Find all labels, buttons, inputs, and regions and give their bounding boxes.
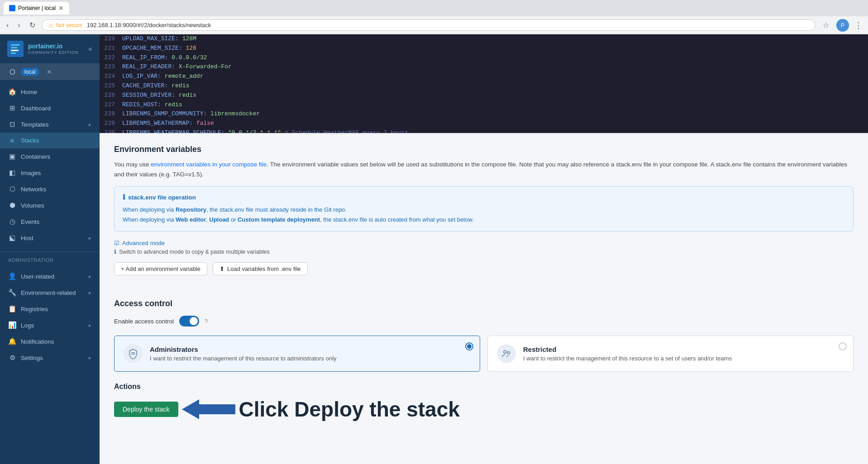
main-content: 220 UPLOAD_MAX_SIZE: 128M 221 OPCACHE_ME… xyxy=(100,34,868,464)
line-num: 224 xyxy=(100,72,122,81)
sidebar-item-templates[interactable]: ⊡ Templates ▸ xyxy=(0,116,100,133)
actions-title: Actions xyxy=(114,383,854,391)
tab-title: Portainer | local xyxy=(18,5,56,11)
code-line-221: 221 OPCACHE_MEM_SIZE: 128 xyxy=(100,44,868,53)
stacks-icon: ≡ xyxy=(8,137,16,144)
line-content: REDIS_HOST: redis xyxy=(122,100,868,110)
sidebar-label-containers: Containers xyxy=(21,153,50,160)
line-content: LOG_IP_VAR: remote_addr xyxy=(122,72,868,81)
access-cards-container: Administrators I want to restrict the ma… xyxy=(114,336,854,372)
info-bold-repo: Repository xyxy=(176,206,206,213)
restricted-access-card[interactable]: Restricted I want to restrict the manage… xyxy=(487,336,854,372)
admin-card-content: Administrators I want to restrict the ma… xyxy=(150,346,471,362)
security-icon: ⚠ xyxy=(48,22,53,28)
sidebar-item-logs[interactable]: 📊 Logs ▸ xyxy=(0,317,100,333)
reload-button[interactable]: ↻ xyxy=(27,19,38,31)
dashboard-icon: ⊞ xyxy=(8,104,16,112)
line-content: UPLOAD_MAX_SIZE: 128M xyxy=(122,34,868,44)
line-num: 228 xyxy=(100,109,122,119)
env-related-chevron: ▸ xyxy=(89,290,91,296)
svg-rect-4 xyxy=(11,52,16,54)
env-desc-link[interactable]: environment variables in your compose fi… xyxy=(151,161,267,168)
sidebar-label-volumes: Volumes xyxy=(21,202,44,209)
sidebar-item-notifications[interactable]: 🔔 Notifications xyxy=(0,333,100,350)
menu-button[interactable]: ⋮ xyxy=(853,20,864,30)
load-env-button[interactable]: ⬆ Load variables from .env file xyxy=(213,262,308,275)
sidebar-label-stacks: Stacks xyxy=(21,137,39,144)
sidebar-item-networks[interactable]: ⬡ Networks xyxy=(0,181,100,197)
sidebar-item-events[interactable]: ◷ Events xyxy=(0,213,100,230)
sidebar-env-item[interactable]: ⬡ local ✕ xyxy=(0,64,100,80)
line-num: 229 xyxy=(100,119,122,128)
sidebar-item-home[interactable]: 🏠 Home xyxy=(0,84,100,100)
sidebar-item-environment-related[interactable]: 🔧 Environment-related ▸ xyxy=(0,284,100,301)
line-content: CACHE_DRIVER: redis xyxy=(122,81,868,91)
sidebar-nav: 🏠 Home ⊞ Dashboard ⊡ Templates ▸ ≡ Stack… xyxy=(0,80,100,250)
sidebar-item-containers[interactable]: ▣ Containers xyxy=(0,148,100,165)
bookmark-button[interactable]: ☆ xyxy=(819,19,833,31)
sidebar-item-volumes[interactable]: ⬢ Volumes xyxy=(0,197,100,213)
portainer-logo-icon xyxy=(7,41,24,57)
code-line-228: 228 LIBRENMS_SNMP_COMMUNITY: librenmsdoc… xyxy=(100,109,868,119)
info-bold-upload: Upload xyxy=(209,216,229,223)
deploy-stack-button[interactable]: Deploy the stack xyxy=(114,402,178,417)
logo-name: portainer.io xyxy=(28,43,78,50)
sidebar-item-user-related[interactable]: 👤 User-related ▸ xyxy=(0,268,100,284)
profile-button[interactable]: P xyxy=(836,19,849,32)
access-control-section: Access control Enable access control ? xyxy=(100,299,868,383)
code-editor[interactable]: 220 UPLOAD_MAX_SIZE: 128M 221 OPCACHE_ME… xyxy=(100,34,868,134)
restricted-card-radio[interactable] xyxy=(839,342,847,350)
tab-close-button[interactable]: ✕ xyxy=(58,5,64,12)
sidebar-label-images: Images xyxy=(21,170,41,176)
arrow-body xyxy=(199,404,235,414)
networks-icon: ⬡ xyxy=(8,185,16,193)
restricted-card-icon xyxy=(497,344,516,363)
sidebar-item-host[interactable]: ⬕ Host ▸ xyxy=(0,230,100,246)
admin-access-card[interactable]: Administrators I want to restrict the ma… xyxy=(114,336,480,372)
notifications-icon: 🔔 xyxy=(8,337,16,346)
admin-card-radio[interactable] xyxy=(465,342,473,350)
access-help-icon[interactable]: ? xyxy=(205,318,208,325)
events-icon: ◷ xyxy=(8,218,16,226)
sidebar-item-images[interactable]: ◧ Images xyxy=(0,165,100,181)
back-button[interactable]: ‹ xyxy=(4,19,11,31)
advanced-mode-row[interactable]: ☑ Advanced mode xyxy=(114,240,854,246)
upload-icon: ⬆ xyxy=(219,265,224,272)
code-line-224: 224 LOG_IP_VAR: remote_addr xyxy=(100,72,868,81)
admin-section-title: Administration xyxy=(0,254,100,265)
line-num: 223 xyxy=(100,62,122,72)
active-tab[interactable]: Portainer | local ✕ xyxy=(4,2,69,14)
access-control-toggle[interactable] xyxy=(179,316,199,327)
sidebar-item-settings[interactable]: ⚙ Settings ▸ xyxy=(0,350,100,366)
sidebar-item-registries[interactable]: 📋 Registries xyxy=(0,301,100,317)
line-num: 226 xyxy=(100,91,122,100)
env-badge: local xyxy=(21,68,39,76)
settings-icon: ⚙ xyxy=(8,354,16,362)
line-content: REAL_IP_HEADER: X-Forwarded-For xyxy=(122,62,868,72)
arrow-head-left xyxy=(182,399,199,419)
sidebar-item-dashboard[interactable]: ⊞ Dashboard xyxy=(0,100,100,116)
containers-icon: ▣ xyxy=(8,152,16,161)
svg-rect-0 xyxy=(7,41,24,57)
app-layout: portainer.io Community Edition « ⬡ local… xyxy=(0,34,868,464)
enable-access-row: Enable access control ? xyxy=(114,316,854,327)
forward-button[interactable]: › xyxy=(15,19,23,31)
add-env-button[interactable]: + Add an environment variable xyxy=(114,262,207,275)
sidebar-item-stacks[interactable]: ≡ Stacks xyxy=(0,133,100,148)
env-close-button[interactable]: ✕ xyxy=(47,68,52,76)
line-num: 230 xyxy=(100,128,122,134)
code-line-222: 222 REAL_IP_FROM: 0.0.0.0/32 xyxy=(100,53,868,63)
env-related-icon: 🔧 xyxy=(8,289,16,297)
code-line-220: 220 UPLOAD_MAX_SIZE: 128M xyxy=(100,34,868,44)
svg-rect-1 xyxy=(11,44,20,46)
images-icon: ◧ xyxy=(8,169,16,177)
code-line-229: 229 LIBRENMS_WEATHERMAP: false xyxy=(100,119,868,128)
registries-icon: 📋 xyxy=(8,305,16,313)
address-bar[interactable]: ⚠ Not secure 192.168.1.18:9000/#!/2/dock… xyxy=(42,19,816,31)
sidebar-collapse-button[interactable]: « xyxy=(88,45,92,53)
restricted-card-title: Restricted xyxy=(523,346,844,353)
line-content: LIBRENMS_WEATHERMAP_SCHEDULE: "0 0 */2 *… xyxy=(122,128,868,134)
user-related-chevron: ▸ xyxy=(89,274,91,279)
info-circle-icon: ℹ xyxy=(123,193,125,201)
line-content: SESSION_DRIVER: redis xyxy=(122,91,868,100)
